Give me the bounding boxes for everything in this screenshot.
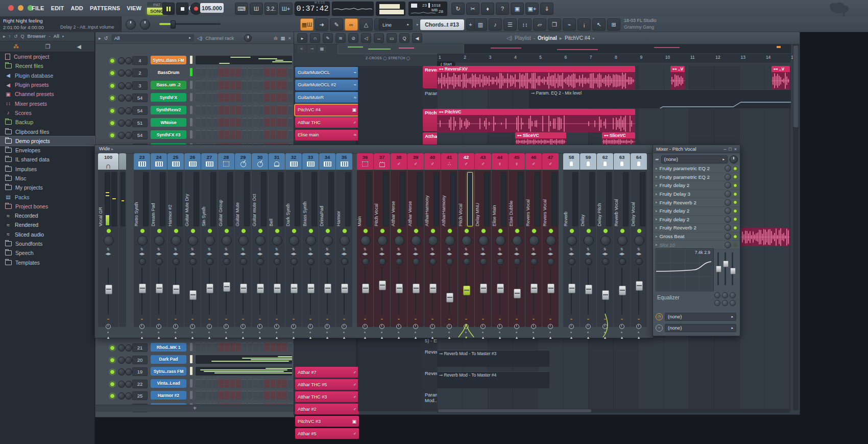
mixer-track-43[interactable]: 43♂ Delay MNU ⇅◀▶ ⌁ ▲ [475,153,491,327]
step-cell[interactable] [207,106,212,114]
fx-slot-9[interactable]: ▸Gross Beat [653,232,740,241]
plugin-icon[interactable]: ⌁ [447,317,451,321]
fx-enable-led[interactable] [733,167,737,171]
browser-tab-files[interactable]: ❒ [45,43,51,50]
mute-led[interactable] [548,228,553,233]
step-cell[interactable] [271,93,276,102]
step-cell[interactable] [207,379,212,388]
mute-led[interactable] [363,228,368,233]
pan-knob[interactable] [478,236,489,246]
mixer-track-38[interactable]: 38♂ Atthar Verse ⇅◀▶ ⌁ ▲ [391,153,407,327]
channel-button-rhod-mk-1[interactable]: Rhod..MK 1 [151,343,186,352]
plugin-icon[interactable]: ⌁ [586,317,590,321]
picker-clip-guitarmuter[interactable]: GuitarMuteR≈ [295,92,359,103]
step-cell[interactable] [248,106,253,114]
mixer-track-42[interactable]: 42♂ Pitch Vocal ⇅◀▶ ⌁ ▼ [458,153,474,327]
step-cell[interactable] [201,130,206,139]
step-cell[interactable] [242,379,247,388]
pan-knob[interactable] [323,236,333,246]
step-cell[interactable] [219,130,224,139]
stereo-sep-knob[interactable] [446,258,453,265]
step-cell[interactable] [213,118,218,127]
step-cell[interactable] [201,106,206,114]
pan-knob[interactable] [289,236,299,246]
channel-pan-knob[interactable] [118,392,125,400]
automation-clip-reverb-mod-to-master-4[interactable]: ⊸ Reverb Mod - To Master #4 [437,371,549,388]
browser-undo-icon[interactable]: ↺ [14,34,18,39]
pattern-tab-icon[interactable]: ▦ [318,45,326,53]
fader-handle[interactable] [636,281,643,291]
plugin-icon[interactable]: ⌁ [637,317,641,321]
step-cell[interactable] [253,81,258,89]
channel-volume-knob[interactable] [125,57,132,64]
step-cell[interactable] [219,106,224,114]
pan-knob[interactable] [360,236,371,246]
fader-handle[interactable] [514,289,521,298]
step-cell[interactable] [248,379,253,388]
plugin-icon[interactable]: ⌁ [207,317,211,321]
step-cell[interactable] [259,343,264,352]
typing-to-piano-button[interactable]: ▦Ш [300,18,314,31]
stereo-sep-knob[interactable] [223,258,230,265]
step-cell[interactable] [282,130,287,139]
step-cell[interactable] [288,343,293,352]
step-cell[interactable] [207,68,212,77]
paint-tool-icon[interactable]: ≋ [335,33,346,43]
slip-tool-icon[interactable]: ↔ [374,33,384,43]
mixer-track-34[interactable]: 34 DrimaPad ⇅◀▶ ⌁ ▲ [319,153,335,327]
audio-clip-fragment[interactable] [741,228,790,246]
audio-clip-slicevc[interactable]: ⊷ SliceVC [515,132,566,145]
step-cell[interactable] [230,68,235,77]
route-arrow-icon[interactable]: ▲ [597,336,613,339]
wait-for-input-icon[interactable]: Ш+ [279,3,293,15]
eq-band-fader[interactable] [717,252,719,285]
plugin-icon[interactable]: ⌁ [363,317,367,321]
channel-target-number[interactable]: 22 [132,380,148,388]
mixer-track-59[interactable]: 59 Delay ⇅◀▶ ⌁ ▲ [580,153,596,327]
step-cell[interactable] [259,130,264,139]
picker-clip-pitchvc-4[interactable]: PitchVC #4▣ [295,105,359,115]
playlist-timeline[interactable]: 123456789101112131415 [437,54,791,62]
follow-playback-button[interactable]: ➜ [315,18,328,31]
step-cell[interactable] [282,106,287,114]
step-cell[interactable] [236,118,241,127]
metronome-button[interactable]: △ [359,18,373,31]
channel-pan-knob[interactable] [118,132,125,139]
fader-handle[interactable] [324,284,331,293]
step-cell[interactable] [288,93,293,102]
step-cell[interactable] [276,379,281,388]
pan-knob[interactable] [340,236,350,246]
step-cell[interactable] [230,81,235,89]
fader-handle[interactable] [206,284,213,293]
channel-pan-knob[interactable] [118,57,125,64]
pan-knob[interactable] [600,236,611,246]
fader-handle[interactable] [240,284,247,293]
step-cell[interactable] [230,118,235,127]
fader-handle[interactable] [531,284,538,293]
audio-clip-v[interactable]: ⊷ ..V [771,66,790,89]
stereo-sep-knob[interactable] [413,258,420,265]
step-cell[interactable] [213,379,218,388]
fx-close-icon[interactable]: × [734,147,737,152]
channel-pan-knob[interactable] [118,95,125,102]
piano-roll-preview[interactable] [196,56,292,64]
browser-item-project-bones[interactable]: Project bones [0,202,94,211]
step-cell[interactable] [224,106,229,114]
mute-led[interactable] [308,228,314,233]
mute-led[interactable] [586,228,591,233]
plugin-icon[interactable]: ⌁ [292,317,296,321]
mixer-track-44[interactable]: 44♀ Elise Main ⇅◀▶ ⌁ ▲ [492,153,508,327]
playlist-minimap[interactable] [337,44,791,53]
plugin-icon[interactable]: ⌁ [481,317,485,321]
pan-knob[interactable] [272,236,282,246]
route-arrow-icon[interactable]: ▲ [357,336,373,339]
step-cell[interactable] [196,81,201,89]
route-arrow-icon[interactable]: ▲ [631,336,647,339]
main-pitch-knob[interactable] [126,19,136,30]
channel-volume-knob[interactable] [125,368,132,376]
step-cell[interactable] [213,130,218,139]
fader-handle[interactable] [585,285,592,294]
stereo-sep-knob[interactable] [173,258,180,265]
channel-mute-led[interactable] [110,58,115,63]
step-cell[interactable] [242,391,247,400]
